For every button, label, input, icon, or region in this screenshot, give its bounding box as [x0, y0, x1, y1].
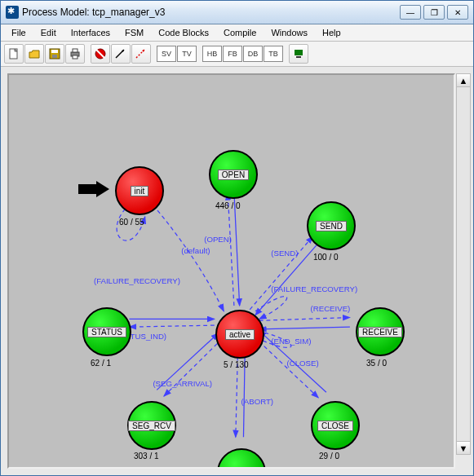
canvas-area: (default) (FAILURE_RECOVERY) (OPEN) (SEN…: [1, 67, 473, 475]
state-active-metric: 5 / 130: [224, 360, 249, 369]
svg-rect-9: [295, 50, 303, 55]
edge-segarr-label: (SEG_ARRIVAL): [153, 379, 212, 388]
svg-rect-3: [52, 55, 57, 58]
maximize-button[interactable]: ❐: [423, 5, 445, 20]
toolbar: SV TV HB FB DB TB: [1, 42, 473, 67]
state-close[interactable]: CLOSE: [311, 401, 360, 450]
open-button[interactable]: [24, 44, 44, 64]
svg-rect-2: [51, 50, 58, 53]
edge-close-label: (CLOSE): [287, 359, 319, 368]
tv-button[interactable]: TV: [177, 46, 197, 62]
edge-default-label: (default): [181, 246, 210, 255]
state-abort-label: ABORT: [224, 468, 259, 469]
menu-compile[interactable]: Compile: [216, 26, 264, 39]
edge-endsim-label: (END_SIM): [271, 337, 311, 346]
state-status-label: STATUS: [87, 327, 126, 337]
save-button[interactable]: [45, 44, 64, 64]
titlebar[interactable]: Process Model: tcp_manager_v3 — ❐ ✕: [1, 1, 473, 24]
state-init-label: init: [131, 186, 149, 196]
create-dashed-transition-button[interactable]: [131, 44, 151, 64]
menubar: File Edit Interfaces FSM Code Blocks Com…: [1, 24, 473, 42]
state-close-metric: 29 / 0: [319, 452, 339, 461]
state-receive-metric: 35 / 0: [366, 359, 387, 368]
create-transition-button[interactable]: [111, 44, 131, 64]
scroll-up-icon[interactable]: ▲: [457, 74, 470, 87]
state-init-metric: 60 / 55: [119, 218, 144, 227]
fb-button[interactable]: FB: [223, 46, 242, 62]
vertical-scrollbar[interactable]: ▲ ▼: [456, 73, 471, 455]
state-send-metric: 100 / 0: [313, 253, 339, 262]
state-active[interactable]: active: [215, 310, 264, 359]
state-segrcv-label: SEG_RCV: [128, 421, 175, 431]
edge-send-label: (SEND): [271, 249, 298, 258]
scroll-down-icon[interactable]: ▼: [457, 441, 470, 454]
menu-windows[interactable]: Windows: [264, 26, 315, 39]
edge-failrec-init-label: (FAILURE_RECOVERY): [94, 276, 180, 285]
svg-rect-10: [296, 56, 301, 58]
state-receive[interactable]: RECEIVE: [356, 307, 405, 356]
state-init[interactable]: init: [115, 166, 164, 215]
new-button[interactable]: [4, 44, 24, 64]
hb-button[interactable]: HB: [202, 46, 222, 62]
menu-file[interactable]: File: [4, 26, 33, 39]
db-button[interactable]: DB: [243, 46, 263, 62]
fsm-canvas[interactable]: (default) (FAILURE_RECOVERY) (OPEN) (SEN…: [7, 73, 455, 469]
compile-button[interactable]: [289, 44, 308, 64]
state-segrcv[interactable]: SEG_RCV: [127, 401, 176, 450]
edge-receive-label: (RECEIVE): [311, 304, 351, 313]
edge-open-label: (OPEN): [204, 235, 232, 244]
transitions-layer: (default) (FAILURE_RECOVERY) (OPEN) (SEN…: [9, 75, 454, 467]
state-status-metric: 62 / 1: [91, 359, 111, 368]
state-open-label: OPEN: [218, 170, 249, 180]
close-button[interactable]: ✕: [447, 5, 468, 20]
app-icon: [6, 6, 19, 19]
menu-edit[interactable]: Edit: [33, 26, 64, 39]
state-open[interactable]: OPEN: [209, 150, 258, 199]
state-status[interactable]: STATUS: [82, 307, 131, 356]
state-open-metric: 446 / 0: [215, 201, 241, 210]
edge-abort-label: (ABORT): [241, 397, 273, 406]
state-abort[interactable]: ABORT: [217, 448, 266, 469]
tb-button[interactable]: TB: [264, 46, 283, 62]
initial-arrow-icon: [78, 181, 111, 199]
state-segrcv-metric: 303 / 1: [134, 452, 159, 461]
sv-button[interactable]: SV: [157, 46, 176, 62]
state-close-label: CLOSE: [317, 421, 353, 431]
menu-interfaces[interactable]: Interfaces: [64, 26, 117, 39]
svg-rect-6: [73, 55, 78, 59]
menu-codeblocks[interactable]: Code Blocks: [151, 26, 216, 39]
edge-failrec2-label: (FAILURE_RECOVERY): [271, 284, 357, 293]
create-state-button[interactable]: [91, 44, 110, 64]
menu-help[interactable]: Help: [315, 26, 348, 39]
state-active-label: active: [225, 329, 255, 340]
process-model-window: Process Model: tcp_manager_v3 — ❐ ✕ File…: [0, 0, 474, 476]
state-receive-label: RECEIVE: [358, 327, 402, 337]
print-button[interactable]: [65, 44, 85, 64]
state-send[interactable]: SEND: [307, 201, 356, 250]
svg-rect-5: [73, 49, 78, 52]
menu-fsm[interactable]: FSM: [117, 26, 151, 39]
window-title: Process Model: tcp_manager_v3: [22, 7, 400, 18]
state-send-label: SEND: [316, 221, 347, 231]
minimize-button[interactable]: —: [400, 5, 421, 20]
